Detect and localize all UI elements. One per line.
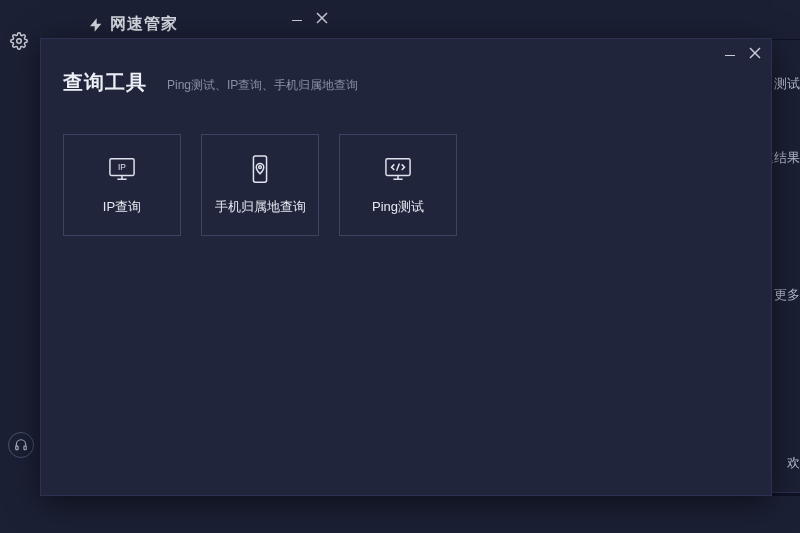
modal-header: 查询工具 Ping测试、IP查询、手机归属地查询 (41, 39, 771, 96)
tile-label: Ping测试 (372, 198, 424, 216)
modal-minimize-button[interactable] (725, 55, 735, 56)
svg-text:IP: IP (118, 162, 126, 172)
phone-location-icon (248, 154, 272, 184)
modal-title: 查询工具 (63, 69, 147, 96)
bg-close-button[interactable] (316, 12, 328, 24)
tile-label: IP查询 (103, 198, 141, 216)
svg-point-0 (17, 39, 22, 44)
tile-ping-test[interactable]: Ping测试 (339, 134, 457, 236)
svg-rect-4 (24, 446, 26, 450)
bg-sidebar-text-3: 更多 (774, 286, 800, 304)
bg-window-controls (292, 12, 328, 24)
tile-ip-query[interactable]: IP IP查询 (63, 134, 181, 236)
modal-window-controls (725, 47, 761, 59)
query-tools-dialog: 查询工具 Ping测试、IP查询、手机归属地查询 IP IP查询 (40, 38, 772, 496)
headset-icon (14, 438, 28, 452)
bg-sidebar-text-1: 测试 (774, 75, 800, 93)
ip-monitor-icon: IP (107, 154, 137, 184)
tile-label: 手机归属地查询 (215, 198, 306, 216)
app-name: 网速管家 (110, 14, 178, 35)
ping-code-icon (383, 154, 413, 184)
help-button[interactable] (8, 432, 34, 458)
svg-line-16 (397, 163, 400, 170)
tool-tiles: IP IP查询 手机归属地查询 (41, 96, 771, 236)
svg-point-12 (259, 166, 262, 169)
modal-close-button[interactable] (749, 47, 761, 59)
modal-subtitle: Ping测试、IP查询、手机归属地查询 (167, 77, 358, 94)
bg-sidebar-text-4: 欢 (787, 454, 800, 472)
app-logo: 网速管家 (88, 14, 178, 35)
gear-icon (10, 32, 28, 50)
tile-phone-location[interactable]: 手机归属地查询 (201, 134, 319, 236)
settings-button[interactable] (10, 32, 28, 50)
bolt-icon (88, 15, 104, 35)
svg-rect-3 (16, 446, 18, 450)
bg-minimize-button[interactable] (292, 20, 302, 21)
